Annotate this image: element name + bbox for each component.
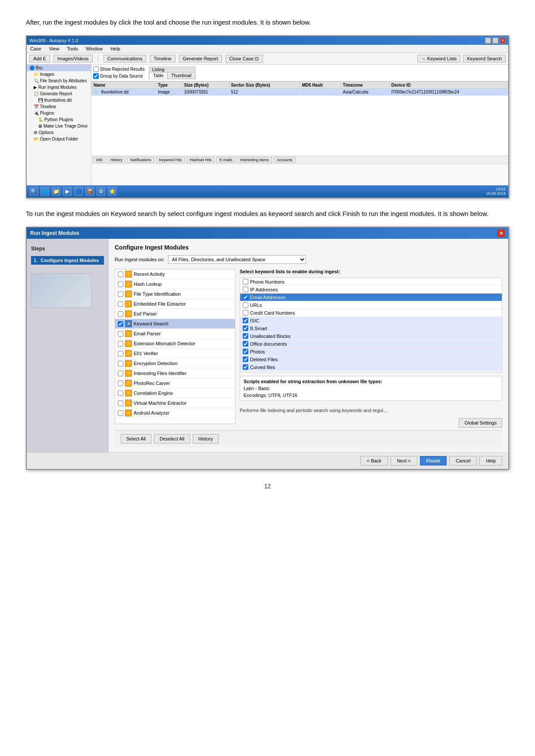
- show-rejected-checkbox[interactable]: [93, 66, 99, 72]
- keyword-search-btn[interactable]: Keyword Search: [463, 55, 506, 62]
- module-checkbox[interactable]: [118, 410, 123, 416]
- step-1-configure[interactable]: 1. Configure Ingest Modules: [31, 256, 104, 265]
- tab-table[interactable]: Table: [149, 72, 167, 79]
- module-checkbox[interactable]: [118, 361, 123, 366]
- deselect-all-btn[interactable]: Deselect All: [154, 434, 190, 444]
- history-btn[interactable]: History: [193, 434, 219, 444]
- module-item[interactable]: ⚡Extension Mismatch Detector: [115, 339, 235, 349]
- generate-report-btn[interactable]: Generate Report: [179, 55, 222, 62]
- keyword-checkbox[interactable]: [243, 333, 248, 339]
- keyword-checkbox[interactable]: [243, 294, 248, 300]
- keyword-checkbox[interactable]: [243, 302, 248, 308]
- tab-info[interactable]: Info: [93, 157, 106, 163]
- sidebar-item-bru[interactable]: 🔵 Bru: [27, 65, 91, 71]
- close-case-btn[interactable]: Close Case ⊡: [225, 55, 263, 63]
- window-controls[interactable]: ─ □ ✕: [485, 37, 506, 44]
- module-item[interactable]: ⚡Exif Parser: [115, 309, 235, 319]
- sidebar-item-run-ingest[interactable]: ▶ Run Ingest Modules: [27, 84, 91, 91]
- taskbar-icon-search[interactable]: 🔍: [29, 187, 38, 196]
- module-checkbox[interactable]: [118, 331, 123, 337]
- keyword-item[interactable]: Credit Card Numbers: [240, 309, 502, 317]
- timeline-btn[interactable]: Timeline: [150, 55, 175, 62]
- module-checkbox[interactable]: [118, 381, 123, 386]
- keyword-item[interactable]: Deleted Files: [240, 356, 502, 363]
- keyword-checkbox[interactable]: [243, 325, 248, 331]
- close-btn[interactable]: ✕: [500, 37, 506, 44]
- keyword-item[interactable]: Photos: [240, 348, 502, 356]
- keyword-checkbox[interactable]: [243, 279, 248, 284]
- keyword-item[interactable]: IP Addresses: [240, 286, 502, 294]
- tab-interesting[interactable]: Interesting Items: [237, 157, 272, 163]
- module-item[interactable]: ⚡PhotoRec Carver: [115, 378, 235, 388]
- cancel-btn[interactable]: Cancel: [449, 456, 477, 465]
- module-checkbox[interactable]: [118, 341, 123, 347]
- select-all-btn[interactable]: Select All: [121, 434, 151, 444]
- sidebar-item-python[interactable]: 🐍 Python Plugins: [27, 116, 91, 123]
- keyword-checkbox[interactable]: [243, 356, 248, 362]
- tab-accounts[interactable]: Accounts: [274, 157, 296, 163]
- module-item[interactable]: ⚡Encryption Detection: [115, 359, 235, 369]
- group-by-source-checkbox[interactable]: [93, 73, 99, 79]
- tab-emails[interactable]: E-mails: [216, 157, 235, 163]
- next-btn[interactable]: Next >: [391, 456, 417, 465]
- module-checkbox[interactable]: [118, 321, 123, 327]
- module-item[interactable]: ⚡Embedded File Extractor: [115, 299, 235, 309]
- communications-btn[interactable]: Communications: [103, 55, 147, 62]
- tab-thumbnail[interactable]: Thumbnail: [167, 72, 195, 79]
- keyword-item[interactable]: Curved files: [240, 363, 502, 371]
- module-item[interactable]: ⚡Interesting Files Identifier: [115, 369, 235, 378]
- table-row[interactable]: 💿 thumbdrive.dd Image 1000073261 512 Asi…: [92, 89, 508, 96]
- taskbar-icon-browser[interactable]: 🌐: [41, 187, 49, 196]
- tab-history[interactable]: History: [107, 157, 125, 163]
- sidebar-item-timeline[interactable]: 📅 Timeline: [27, 103, 91, 110]
- tab-hashset-hits[interactable]: Hashset Hits: [187, 157, 215, 163]
- module-item[interactable]: ⚡Virtual Machine Extractor: [115, 398, 235, 408]
- keyword-item[interactable]: Email Addresses: [240, 294, 502, 301]
- back-btn[interactable]: < Back: [360, 456, 388, 465]
- module-item[interactable]: ⚡Correlation Engine: [115, 388, 235, 398]
- ingest-close-btn[interactable]: ✕: [497, 229, 505, 237]
- maximize-btn[interactable]: □: [492, 37, 498, 44]
- images-videos-btn[interactable]: Images/Videos: [53, 55, 93, 62]
- keyword-item[interactable]: ISIC: [240, 317, 502, 325]
- module-checkbox[interactable]: [118, 291, 123, 297]
- keyword-item[interactable]: Phone Numbers: [240, 278, 502, 286]
- sidebar-item-generate[interactable]: 📋 Generate Report: [27, 91, 91, 97]
- tab-keyword-hits[interactable]: Keyword Hits: [156, 157, 185, 163]
- keyword-checkbox[interactable]: [243, 287, 248, 292]
- menu-view[interactable]: View: [47, 46, 61, 52]
- keyword-checkbox[interactable]: [243, 310, 248, 316]
- sidebar-item-plugins[interactable]: 🔌 Plugins: [27, 110, 91, 116]
- module-item[interactable]: ⚡File Type Identification: [115, 289, 235, 299]
- help-btn[interactable]: Help: [479, 456, 502, 465]
- module-checkbox[interactable]: [118, 371, 123, 376]
- sidebar-item-output[interactable]: 📂 Open Output Folder: [27, 136, 91, 142]
- taskbar-icon-box[interactable]: 📦: [85, 187, 94, 196]
- module-checkbox[interactable]: [118, 390, 123, 396]
- keyword-checkbox[interactable]: [243, 341, 248, 347]
- keyword-checkbox[interactable]: [243, 364, 248, 370]
- keyword-item[interactable]: Unallocated Blocks: [240, 332, 502, 340]
- module-item[interactable]: ⚡Hash Lookup: [115, 279, 235, 289]
- sidebar-item-file-search[interactable]: 🔍 File Search by Attributes: [27, 78, 91, 84]
- sidebar-item-options[interactable]: ⚙ Options: [27, 129, 91, 136]
- menu-window[interactable]: Window: [84, 46, 104, 52]
- module-checkbox[interactable]: [118, 272, 123, 277]
- taskbar-icon-play[interactable]: ▶: [63, 187, 72, 196]
- taskbar-icon-star[interactable]: ⭐: [108, 187, 116, 196]
- group-by-source-label[interactable]: Group by Data Source: [93, 73, 144, 79]
- keyword-checkbox[interactable]: [243, 372, 248, 372]
- sidebar-item-live-triage[interactable]: 🖥 Make Live Triage Drive: [27, 123, 91, 129]
- taskbar-icon-files[interactable]: 📁: [52, 187, 60, 196]
- module-checkbox[interactable]: [118, 281, 123, 287]
- module-checkbox[interactable]: [118, 311, 123, 317]
- menu-case[interactable]: Case: [28, 46, 43, 52]
- module-checkbox[interactable]: [118, 400, 123, 406]
- keyword-item[interactable]: Office documents: [240, 340, 502, 348]
- finish-btn[interactable]: Finish: [420, 456, 447, 465]
- keyword-lists-btn[interactable]: → Keyword Lists: [417, 55, 461, 62]
- menu-help[interactable]: Help: [109, 46, 122, 52]
- global-settings-btn[interactable]: Global Settings: [459, 418, 502, 428]
- keyword-checkbox[interactable]: [243, 349, 248, 354]
- taskbar-icon-settings[interactable]: ⚙: [97, 187, 105, 196]
